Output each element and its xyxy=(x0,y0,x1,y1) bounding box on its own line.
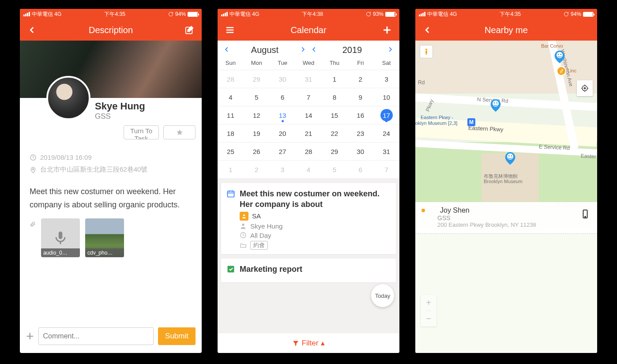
calendar-day[interactable]: 7 xyxy=(296,88,322,106)
clock-label: 下午4:35 xyxy=(104,11,125,18)
calendar-day[interactable]: 12 xyxy=(244,106,270,124)
attachment-photo[interactable]: cdv_pho… xyxy=(85,218,124,257)
calendar-week: 11121314151617 xyxy=(218,106,399,124)
calendar-day[interactable]: 11 xyxy=(218,106,244,124)
calendar-day[interactable]: 21 xyxy=(296,124,322,142)
calendar-day[interactable]: 2 xyxy=(347,70,373,88)
month-label[interactable]: August xyxy=(251,45,278,55)
calendar-day[interactable]: 3 xyxy=(270,161,296,178)
next-month-button[interactable] xyxy=(300,45,306,55)
back-button[interactable] xyxy=(421,24,434,36)
calendar-week: 18192021222324 xyxy=(218,124,399,143)
chevron-left-icon xyxy=(28,26,36,34)
calendar-day[interactable]: 1 xyxy=(321,70,347,88)
calendar-day[interactable]: 5 xyxy=(321,161,347,178)
calendar-day[interactable]: 27 xyxy=(270,143,296,160)
contact-card[interactable]: Joy Shen GSS 200 Eastern Pkwy Brooklyn, … xyxy=(415,202,597,234)
calendar-day[interactable]: 4 xyxy=(218,88,244,106)
road-label: Easter xyxy=(581,153,596,160)
calendar-day[interactable]: 19 xyxy=(244,124,270,142)
screen-nearby: 中華電信 4G 下午4:35 94% Nearby me xyxy=(415,9,597,353)
event-card[interactable]: Marketing report xyxy=(221,259,396,282)
calendar-day[interactable]: 13 xyxy=(270,106,296,124)
calendar-day[interactable]: 7 xyxy=(373,161,399,178)
locate-button[interactable] xyxy=(577,80,593,96)
map[interactable]: N Service Rd Eastern Pkwy E Service Rd W… xyxy=(415,41,597,353)
calendar-day[interactable]: 25 xyxy=(218,143,244,160)
zoom-out-button[interactable]: − xyxy=(426,311,431,326)
clock-label: 下午4:38 xyxy=(302,11,323,18)
calendar-day[interactable]: 16 xyxy=(347,106,373,124)
location-icon xyxy=(30,166,37,173)
event-card[interactable]: Meet this new costumer on weekend. Her c… xyxy=(221,183,396,254)
map-pin[interactable] xyxy=(488,98,503,113)
calendar-day[interactable]: 20 xyxy=(270,124,296,142)
calendar-day[interactable]: 23 xyxy=(347,124,373,142)
calendar-day[interactable]: 26 xyxy=(244,143,270,160)
add-attachment-button[interactable]: + xyxy=(26,329,34,344)
back-button[interactable] xyxy=(26,24,38,36)
call-button[interactable] xyxy=(580,207,590,222)
calendar-day[interactable]: 28 xyxy=(218,70,244,88)
metro-icon: M xyxy=(467,118,475,126)
prev-month-button[interactable] xyxy=(224,45,230,55)
avatar[interactable] xyxy=(46,76,90,120)
calendar-week: 25262728293031 xyxy=(218,143,399,161)
calendar-day[interactable]: 30 xyxy=(270,70,296,88)
today-button[interactable]: Today xyxy=(371,284,394,307)
calendar-day[interactable]: 31 xyxy=(373,143,399,160)
nav-bar: Calendar xyxy=(218,19,399,41)
calendar-day[interactable]: 10 xyxy=(373,88,399,106)
submit-button[interactable]: Submit xyxy=(158,327,196,345)
calendar-day[interactable]: 6 xyxy=(347,161,373,178)
calendar-day[interactable]: 30 xyxy=(347,143,373,160)
attachment-audio[interactable]: audio_0… xyxy=(41,218,80,257)
status-bar: 中華電信 4G 下午4:35 94% xyxy=(415,9,597,19)
prev-year-button[interactable] xyxy=(311,45,317,55)
menu-button[interactable] xyxy=(224,24,236,36)
year-label[interactable]: 2019 xyxy=(342,45,362,55)
svg-rect-9 xyxy=(228,191,234,197)
calendar-day[interactable]: 29 xyxy=(244,70,270,88)
calendar-day[interactable]: 29 xyxy=(321,143,347,160)
nav-spacer xyxy=(579,24,591,36)
calendar-day[interactable]: 9 xyxy=(347,88,373,106)
meta-location: 台北市中山區新生北路三段62巷40號 xyxy=(40,165,147,174)
next-year-button[interactable] xyxy=(387,45,393,55)
battery-icon xyxy=(385,12,396,17)
map-pin[interactable] xyxy=(503,151,518,166)
turn-to-task-button[interactable]: Turn To Task xyxy=(124,125,159,139)
calendar-day[interactable]: 8 xyxy=(321,88,347,106)
calendar-day[interactable]: 5 xyxy=(244,88,270,106)
zoom-in-button[interactable]: + xyxy=(426,295,431,311)
add-event-button[interactable] xyxy=(381,24,393,36)
calendar-day[interactable]: 18 xyxy=(218,124,244,142)
carrier-label: 中華電信 4G xyxy=(229,11,259,18)
map-pin[interactable] xyxy=(552,49,567,64)
calendar-day[interactable]: 28 xyxy=(296,143,322,160)
calendar-day[interactable]: 15 xyxy=(321,106,347,124)
event-tag: 約會 xyxy=(250,241,268,250)
zoom-control[interactable]: +− xyxy=(421,295,436,326)
compose-button[interactable] xyxy=(183,24,196,36)
calendar-day[interactable]: 4 xyxy=(296,161,322,178)
poi-label: Brooklyn Museum xyxy=(484,179,523,184)
food-pin-icon[interactable] xyxy=(557,66,566,76)
meta-datetime: 2019/08/13 16:09 xyxy=(40,154,92,161)
streetview-button[interactable] xyxy=(420,45,433,58)
sync-icon xyxy=(168,11,173,17)
calendar-day[interactable]: 6 xyxy=(270,88,296,106)
calendar-day[interactable]: 14 xyxy=(296,106,322,124)
favorite-button[interactable] xyxy=(163,125,196,139)
calendar-day[interactable]: 22 xyxy=(321,124,347,142)
calendar-day[interactable]: 31 xyxy=(296,70,322,88)
calendar-day[interactable]: 2 xyxy=(244,161,270,178)
svg-rect-16 xyxy=(228,266,234,272)
calendar-day[interactable]: 1 xyxy=(218,161,244,178)
svg-point-26 xyxy=(425,49,427,50)
filter-button[interactable]: Filter ▴ xyxy=(218,333,399,353)
comment-input[interactable] xyxy=(38,327,154,345)
calendar-day[interactable]: 3 xyxy=(373,70,399,88)
calendar-day[interactable]: 17 xyxy=(373,106,399,124)
calendar-day[interactable]: 24 xyxy=(373,124,399,142)
